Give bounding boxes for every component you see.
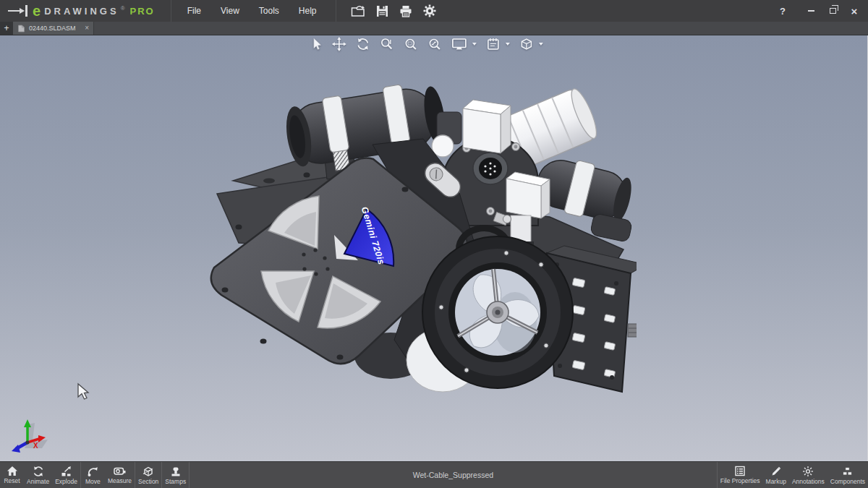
orientation-triad: X bbox=[6, 418, 56, 455]
components-label: Components bbox=[830, 479, 865, 485]
logo-pro: PRO bbox=[130, 6, 155, 17]
triad-x-label: X bbox=[33, 442, 38, 450]
view-orientation-button[interactable] bbox=[519, 37, 533, 51]
file-properties-label: File Properties bbox=[720, 478, 760, 484]
menu-tools[interactable]: Tools bbox=[259, 6, 279, 16]
markup-pad-icon bbox=[485, 37, 500, 51]
zoom-fit-icon bbox=[427, 37, 441, 51]
stamps-button[interactable]: Stamps bbox=[162, 462, 189, 488]
print-button[interactable] bbox=[399, 5, 412, 17]
view-orientation-dropdown-caret[interactable] bbox=[538, 43, 542, 46]
rotate-icon bbox=[355, 37, 370, 51]
save-floppy-icon bbox=[376, 5, 388, 17]
tab-bar: + 02440.SLDASM × bbox=[0, 22, 868, 35]
minimize-icon bbox=[808, 10, 814, 12]
markup-pad-dropdown-caret[interactable] bbox=[505, 43, 509, 46]
gear-icon bbox=[423, 4, 436, 17]
stamp-icon bbox=[170, 466, 182, 477]
save-button[interactable] bbox=[376, 5, 388, 17]
status-bar: Reset Animate Explode bbox=[0, 461, 868, 488]
annotations-icon bbox=[802, 466, 814, 477]
explode-button[interactable]: Explode bbox=[52, 462, 80, 488]
full-screen-icon bbox=[451, 37, 467, 51]
animate-button[interactable]: Animate bbox=[24, 462, 52, 488]
rotate-tool-button[interactable] bbox=[355, 37, 370, 51]
menu-file[interactable]: File bbox=[187, 6, 201, 16]
minimize-button[interactable] bbox=[801, 4, 820, 18]
measure-button[interactable]: Measure bbox=[105, 462, 135, 488]
zoom-fit-button[interactable] bbox=[427, 37, 441, 51]
document-icon bbox=[17, 25, 25, 33]
menu-help[interactable]: Help bbox=[299, 6, 317, 16]
document-tab[interactable]: 02440.SLDASM × bbox=[13, 22, 94, 35]
open-button[interactable] bbox=[351, 5, 365, 17]
menu-view[interactable]: View bbox=[221, 6, 239, 16]
titlebar-right: ? × bbox=[780, 4, 868, 18]
reset-label: Reset bbox=[4, 478, 20, 484]
tab-close-icon[interactable]: × bbox=[85, 25, 89, 32]
model-thruster bbox=[422, 236, 573, 388]
zoom-icon bbox=[379, 37, 393, 51]
stamps-label: Stamps bbox=[165, 479, 186, 485]
annotations-button[interactable]: Annotations bbox=[789, 462, 827, 488]
measure-icon bbox=[114, 466, 126, 476]
move-label: Move bbox=[85, 479, 101, 485]
select-arrow-icon bbox=[310, 37, 322, 51]
view-toolbar bbox=[310, 37, 542, 51]
open-folder-icon bbox=[351, 5, 365, 17]
title-bar: e DRAWINGS ® PRO File View Tools Help bbox=[0, 0, 868, 22]
components-icon bbox=[841, 466, 854, 477]
menu-bar: File View Tools Help bbox=[171, 0, 317, 22]
status-message: Wet-Cable_Suppressed bbox=[190, 462, 717, 488]
pencil-icon bbox=[770, 466, 782, 477]
new-tab-button[interactable]: + bbox=[0, 22, 13, 35]
help-button[interactable]: ? bbox=[780, 6, 786, 17]
section-label: Section bbox=[138, 479, 158, 485]
edrawings-window: e DRAWINGS ® PRO File View Tools Help bbox=[0, 0, 868, 488]
full-screen-button[interactable] bbox=[451, 37, 467, 51]
move-button[interactable]: Move bbox=[81, 462, 105, 488]
move-icon bbox=[87, 466, 98, 477]
section-icon bbox=[142, 466, 154, 477]
section-button[interactable]: Section bbox=[135, 462, 161, 488]
explode-label: Explode bbox=[55, 479, 77, 485]
animate-label: Animate bbox=[27, 479, 49, 485]
logo-arrow-icon bbox=[7, 4, 29, 17]
measure-label: Measure bbox=[108, 478, 132, 484]
markup-pad-button[interactable] bbox=[485, 37, 500, 51]
view-cube-icon bbox=[519, 37, 533, 51]
restore-button[interactable] bbox=[823, 4, 842, 18]
logo-name: DRAWINGS bbox=[44, 6, 119, 17]
pan-tool-button[interactable] bbox=[331, 37, 346, 51]
quick-toolbar bbox=[336, 0, 436, 22]
markup-label: Markup bbox=[766, 479, 786, 485]
components-button[interactable]: Components bbox=[827, 462, 868, 488]
mouse-cursor bbox=[75, 382, 93, 402]
zoom-window-button[interactable] bbox=[403, 37, 417, 51]
annotations-label: Annotations bbox=[792, 479, 825, 485]
file-properties-button[interactable]: File Properties bbox=[718, 462, 763, 488]
pan-icon bbox=[331, 37, 346, 51]
full-screen-dropdown-caret[interactable] bbox=[472, 43, 476, 46]
animate-icon bbox=[33, 466, 44, 477]
logo-registered-mark: ® bbox=[121, 5, 125, 12]
reset-button[interactable]: Reset bbox=[0, 462, 24, 488]
file-properties-icon bbox=[734, 466, 746, 476]
select-tool-button[interactable] bbox=[310, 37, 322, 51]
tab-title: 02440.SLDASM bbox=[29, 25, 76, 32]
zoom-tool-button[interactable] bbox=[379, 37, 393, 51]
viewport-canvas[interactable]: Gemini 720is bbox=[0, 35, 868, 461]
printer-icon bbox=[399, 5, 412, 17]
settings-button[interactable] bbox=[423, 4, 436, 17]
logo-e: e bbox=[33, 4, 41, 18]
markup-button[interactable]: Markup bbox=[763, 462, 789, 488]
zoom-window-icon bbox=[403, 37, 417, 51]
close-button[interactable]: × bbox=[845, 4, 864, 18]
3d-model: Gemini 720is bbox=[203, 61, 637, 408]
restore-icon bbox=[830, 8, 836, 14]
app-logo: e DRAWINGS ® PRO bbox=[7, 4, 155, 18]
explode-icon bbox=[61, 466, 72, 477]
home-icon bbox=[7, 466, 18, 476]
